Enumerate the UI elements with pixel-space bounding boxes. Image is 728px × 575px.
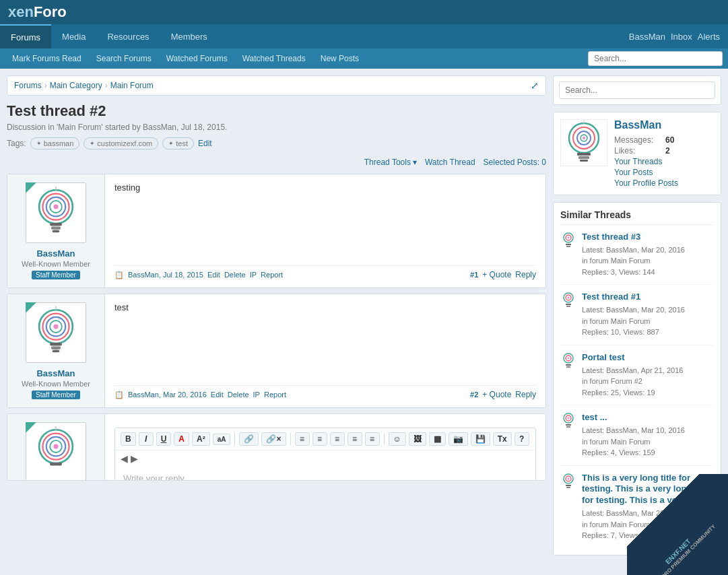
thread-tools-button[interactable]: Thread Tools ▾ (364, 158, 417, 167)
user-posts-link[interactable]: Your Posts (614, 168, 714, 177)
tag-customizexf[interactable]: ✦customizexf.com (84, 137, 158, 149)
post-edit-2[interactable]: Edit (211, 391, 224, 399)
remove-format[interactable]: Tx (493, 432, 512, 446)
breadcrumb-main-forum[interactable]: Main Forum (110, 81, 154, 90)
tag-test[interactable]: ✦test (162, 137, 194, 149)
similar-thread-title-0[interactable]: Test thread #3 (582, 232, 714, 243)
user-profile-posts-link[interactable]: Your Profile Posts (614, 178, 714, 188)
breadcrumb-expand-icon[interactable]: ⤢ (531, 80, 539, 91)
similar-thread-title-2[interactable]: Portal test (582, 352, 714, 364)
indent[interactable]: ≡ (348, 432, 362, 446)
svg-point-47 (568, 357, 570, 359)
post-quote-1[interactable]: + Quote (482, 270, 511, 279)
insert-image[interactable]: 🖼 (409, 432, 426, 446)
format-underline[interactable]: U (156, 432, 172, 446)
subnav-search-input[interactable] (588, 51, 723, 66)
subnav-search-forums[interactable]: Search Forums (90, 48, 158, 69)
post-reply-2[interactable]: Reply (515, 390, 536, 399)
reply-input-area[interactable]: Write your reply... (115, 467, 535, 481)
format-italic[interactable]: I (139, 432, 154, 446)
subnav-watched-threads[interactable]: Watched Threads (236, 48, 312, 69)
similar-thread-icon-1 (560, 292, 576, 308)
post-footer-1: 📋 BassMan, Jul 18, 2015 Edit Delete IP R… (114, 265, 536, 279)
post-avatar-1 (26, 182, 86, 243)
subnav-new-posts[interactable]: New Posts (314, 48, 366, 69)
breadcrumb-sep1: › (44, 81, 47, 90)
post-quote-2[interactable]: + Quote (482, 390, 511, 399)
breadcrumb-forums[interactable]: Forums (14, 81, 42, 90)
tags-edit-link[interactable]: Edit (198, 139, 212, 148)
post-edit-1[interactable]: Edit (207, 271, 220, 279)
post-sidebar-1: BassMan Well-Known Member Staff Member (7, 174, 105, 288)
user-card-info: BassMan Messages: 60 Likes: 2 Your Threa… (614, 119, 714, 188)
watch-thread-button[interactable]: Watch Thread (425, 158, 475, 167)
post-date-1[interactable]: BassMan, Jul 18, 2015 (128, 271, 203, 279)
logo-xen: xen (8, 3, 34, 20)
format-bold[interactable]: B (121, 432, 136, 446)
nav-members[interactable]: Members (160, 24, 218, 48)
nav-back-button[interactable]: ◀ (121, 453, 128, 464)
post-report-1[interactable]: Report (261, 271, 283, 279)
messages-label: Messages: (614, 135, 661, 145)
nav-alerts[interactable]: Alerts (698, 32, 720, 42)
sidebar-search-input[interactable] (559, 81, 715, 99)
save-draft[interactable]: 💾 (471, 432, 490, 446)
avatar-corner-icon (26, 422, 36, 433)
nav-inbox[interactable]: Inbox (671, 32, 692, 42)
post-report-2[interactable]: Report (264, 391, 286, 399)
breadcrumb-main-category[interactable]: Main Category (50, 81, 102, 90)
post-username-1[interactable]: BassMan (36, 248, 75, 259)
format-superscript[interactable]: A² (192, 432, 210, 446)
svg-rect-33 (580, 160, 588, 162)
insert-media[interactable]: ▦ (429, 432, 446, 446)
logo-foro: Foro (34, 3, 67, 20)
insert-link[interactable]: 🔗 (239, 432, 259, 446)
tag-bassman[interactable]: ✦bassman (30, 137, 80, 149)
list-unordered[interactable]: ≡ (312, 432, 327, 446)
subnav-search-area (588, 51, 723, 66)
similar-thread-title-4[interactable]: This is a very long title for testing. T… (582, 473, 714, 507)
tags-label: Tags: (7, 139, 26, 148)
post-delete-1[interactable]: Delete (224, 271, 246, 279)
post-ip-2[interactable]: IP (253, 391, 260, 399)
nav-resources[interactable]: Resources (96, 24, 160, 48)
post-reply-1[interactable]: Reply (515, 270, 536, 279)
logo[interactable]: xenForo (8, 3, 67, 21)
post-3: B I U A A² aA 🔗 🔗× ≡ ≡ ≡ ≡ ≡ (7, 413, 546, 481)
insert-camera[interactable]: 📷 (449, 432, 468, 446)
format-color[interactable]: A (174, 432, 189, 446)
nav-username[interactable]: BassMan (629, 32, 665, 42)
insert-emoji[interactable]: ☺ (389, 432, 406, 446)
similar-thread-title-1[interactable]: Test thread #1 (582, 292, 714, 303)
align-left[interactable]: ≡ (295, 432, 310, 446)
unlink[interactable]: 🔗× (261, 432, 286, 446)
reply-input[interactable]: Write your reply... (123, 473, 527, 481)
help[interactable]: ? (515, 432, 529, 446)
similar-thread-title-3[interactable]: test ... (582, 412, 714, 424)
similar-threads-title: Similar Threads (560, 209, 714, 225)
post-ip-1[interactable]: IP (250, 271, 257, 279)
user-threads-link[interactable]: Your Threads (614, 157, 714, 166)
outdent[interactable]: ≡ (365, 432, 380, 446)
list-ordered[interactable]: ≡ (330, 432, 345, 446)
user-card-name[interactable]: BassMan (614, 119, 714, 131)
svg-rect-43 (566, 304, 571, 305)
svg-rect-59 (566, 487, 570, 488)
reply-toolbar: B I U A A² aA 🔗 🔗× ≡ ≡ ≡ ≡ ≡ (115, 428, 535, 450)
likes-val: 2 (665, 146, 670, 156)
format-size[interactable]: aA (213, 434, 231, 445)
svg-rect-5 (50, 223, 62, 226)
post-username-2[interactable]: BassMan (36, 368, 75, 378)
nav-forums[interactable]: Forums (0, 24, 51, 48)
subnav: Mark Forums Read Search Forums Watched F… (0, 48, 728, 69)
nav-forward-button[interactable]: ▶ (131, 453, 138, 464)
post-sidebar-3 (7, 414, 105, 480)
similar-thread-icon-0 (560, 232, 576, 248)
subnav-watched-forums[interactable]: Watched Forums (160, 48, 234, 69)
subnav-mark-read[interactable]: Mark Forums Read (5, 48, 88, 69)
similar-forum-4: in forum Main Forum (582, 520, 650, 529)
post-avatar-3 (26, 422, 86, 481)
post-delete-2[interactable]: Delete (228, 391, 249, 399)
post-date-2[interactable]: BassMan, Mar 20, 2016 (128, 391, 207, 399)
nav-media[interactable]: Media (51, 24, 96, 48)
